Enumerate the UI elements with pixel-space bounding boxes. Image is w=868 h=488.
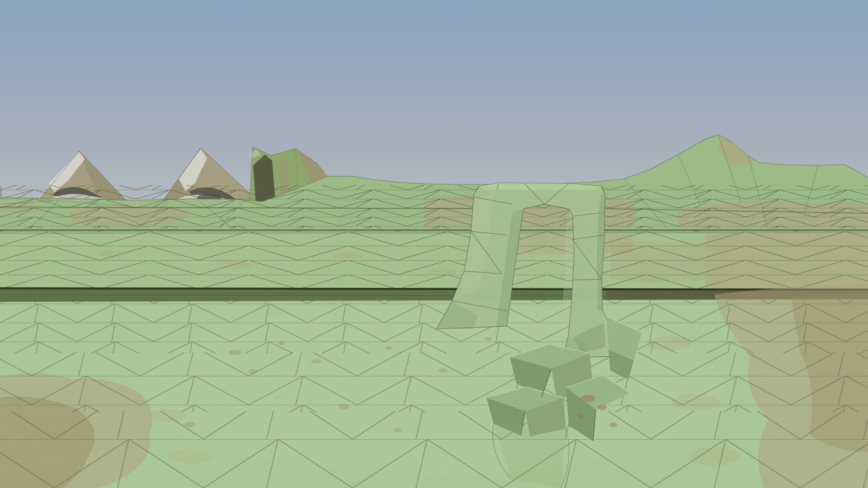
game-viewport[interactable] <box>0 0 868 488</box>
terrain-render <box>0 0 868 488</box>
texture-grain-overlay <box>0 178 868 488</box>
